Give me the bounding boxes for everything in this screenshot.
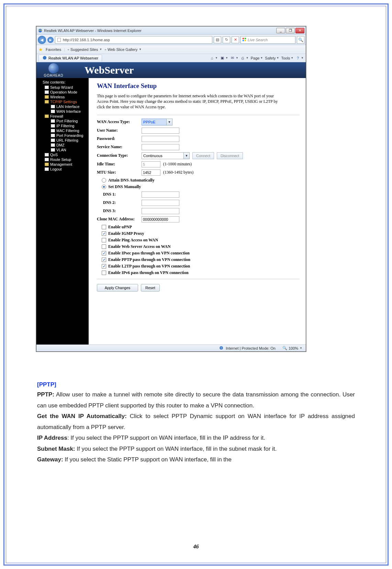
sidebar-item[interactable]: Firewall bbox=[36, 114, 89, 119]
folder-icon bbox=[45, 100, 49, 103]
refresh-button[interactable]: ↻ bbox=[223, 36, 230, 43]
ie-icon bbox=[42, 55, 47, 61]
sidebar-item-label: Wireless bbox=[50, 95, 65, 99]
help-button[interactable]: ?▼ bbox=[295, 56, 304, 61]
stop-button[interactable]: ✕ bbox=[232, 36, 239, 43]
ipsec-checkbox[interactable] bbox=[102, 251, 106, 255]
sidebar-item[interactable]: MAC Filtering bbox=[36, 128, 89, 133]
sidebar-item-label: WAN Interface bbox=[56, 109, 81, 113]
apply-changes-button[interactable]: Apply Changes bbox=[97, 284, 138, 292]
sidebar-item-label: Setup Wizard bbox=[50, 85, 73, 89]
ipv6-checkbox[interactable] bbox=[102, 271, 106, 275]
sidebar-item[interactable]: QoS bbox=[36, 152, 89, 157]
connect-button[interactable]: Connect bbox=[192, 152, 214, 159]
sidebar-item[interactable]: IP Filtering bbox=[36, 123, 89, 128]
sidebar-item[interactable]: Management bbox=[36, 162, 89, 167]
forward-button[interactable]: ► bbox=[47, 37, 54, 43]
window-titlebar: Realtek WLAN AP Webserver - Windows Inte… bbox=[36, 26, 306, 35]
clone-mac-input[interactable] bbox=[142, 216, 179, 222]
sidebar-item[interactable]: Port Filtering bbox=[36, 119, 89, 123]
sidebar-item-label: Route Setup bbox=[50, 157, 71, 162]
ping-checkbox[interactable] bbox=[102, 238, 106, 242]
igmp-checkbox[interactable] bbox=[102, 231, 106, 236]
page-icon bbox=[45, 90, 49, 94]
password-input[interactable] bbox=[142, 136, 179, 142]
sidebar-item[interactable]: Wireless bbox=[36, 95, 89, 99]
webserver-access-checkbox[interactable] bbox=[102, 244, 106, 249]
search-go-button[interactable]: 🔍 bbox=[297, 36, 304, 44]
suggested-sites-link[interactable]: ▫ Suggested Sites ▼ bbox=[68, 47, 102, 52]
sidebar-item[interactable]: Operation Mode bbox=[36, 90, 89, 95]
ip-addr-desc: : If you select the PPTP support on WAN … bbox=[67, 435, 265, 441]
sidebar-item-label: Port Forwarding bbox=[56, 133, 83, 138]
sidebar-item[interactable]: WAN Interface bbox=[36, 109, 89, 114]
page-icon bbox=[45, 158, 49, 161]
sidebar-item[interactable]: URL Filtering bbox=[36, 138, 89, 143]
mtu-input[interactable] bbox=[142, 169, 160, 176]
wan-access-select[interactable]: PPPoE ▼ bbox=[142, 119, 172, 125]
page-icon bbox=[51, 148, 55, 152]
disconnect-button[interactable]: Disconnect bbox=[217, 152, 243, 159]
favorites-star-icon[interactable]: ★ bbox=[38, 47, 43, 52]
print-button[interactable]: ⎙▼ bbox=[240, 56, 249, 61]
page-icon bbox=[51, 143, 55, 147]
sidebar-item-label: Firewall bbox=[50, 114, 63, 118]
service-name-label: Service Name: bbox=[97, 144, 142, 150]
page-menu[interactable]: Page▼ bbox=[251, 56, 263, 60]
idle-time-label: Idle Time: bbox=[97, 162, 142, 167]
wan-access-value: PPPoE bbox=[143, 120, 155, 124]
close-button[interactable]: ✕ bbox=[295, 28, 304, 33]
dropdown-arrow-icon: ▼ bbox=[166, 119, 172, 125]
home-button[interactable]: ⌂▼ bbox=[210, 56, 218, 61]
connection-type-value: Continuous bbox=[143, 154, 163, 158]
dns-auto-radio[interactable] bbox=[102, 178, 106, 183]
zoom-control[interactable]: 🔍 100% ▼ bbox=[282, 346, 302, 350]
browser-tab[interactable]: Realtek WLAN AP Webserver bbox=[38, 55, 102, 62]
web-slice-link[interactable]: ▫ Web Slice Gallery ▼ bbox=[105, 47, 142, 52]
refresh-compat-icon[interactable]: ▧ bbox=[214, 36, 221, 43]
nav-toolbar: ◄ ► http://192.168.1.1/home.asp ▧ ↻ ✕ Li… bbox=[36, 35, 306, 45]
l2tp-checkbox[interactable] bbox=[102, 264, 106, 269]
sidebar-item-label: QoS bbox=[50, 153, 58, 157]
sidebar-item[interactable]: VLAN bbox=[36, 147, 89, 152]
address-bar[interactable]: http://192.168.1.1/home.asp bbox=[55, 36, 212, 44]
page-description: This page is used to configure the param… bbox=[97, 93, 282, 110]
ie-icon bbox=[38, 28, 43, 33]
pptp-checkbox[interactable] bbox=[102, 258, 106, 262]
page-icon: ▫ bbox=[105, 47, 106, 52]
mail-button[interactable]: ✉▼ bbox=[230, 56, 238, 61]
dns1-input[interactable] bbox=[142, 192, 179, 198]
sidebar-item[interactable]: Logout bbox=[36, 167, 89, 172]
sidebar-item[interactable]: Port Forwarding bbox=[36, 133, 89, 138]
page-icon bbox=[51, 119, 55, 123]
maximize-button[interactable]: ❐ bbox=[286, 28, 295, 33]
subnet-desc: If you select the PPTP support on WAN in… bbox=[75, 446, 277, 452]
connection-type-select[interactable]: Continuous ▼ bbox=[142, 152, 190, 159]
pptp-desc: Allow user to make a tunnel with remote … bbox=[37, 391, 355, 408]
browser-window: Realtek WLAN AP Webserver - Windows Inte… bbox=[36, 26, 306, 352]
service-name-input[interactable] bbox=[142, 144, 179, 150]
upnp-checkbox[interactable] bbox=[102, 225, 106, 229]
tools-menu[interactable]: Tools▼ bbox=[281, 56, 293, 60]
sidebar-item-label: Operation Mode bbox=[50, 90, 77, 94]
minimize-button[interactable]: _ bbox=[276, 28, 285, 33]
feeds-button[interactable]: ▣▼ bbox=[220, 56, 228, 61]
page-title: WAN Interface Setup bbox=[97, 82, 300, 90]
page-body: GOAHEAD WebServer Site contents: Setup W… bbox=[36, 62, 306, 344]
sidebar-item[interactable]: DMZ bbox=[36, 143, 89, 147]
sidebar-item[interactable]: TCP/IP Settings bbox=[36, 99, 89, 104]
search-box[interactable]: Live Search bbox=[240, 36, 295, 44]
dns3-input[interactable] bbox=[142, 208, 179, 214]
sidebar-item[interactable]: Setup Wizard bbox=[36, 85, 89, 90]
back-button[interactable]: ◄ bbox=[38, 36, 46, 44]
dns2-input[interactable] bbox=[142, 200, 179, 206]
l2tp-label: Enable L2TP pass through on VPN connecti… bbox=[108, 264, 190, 269]
username-input[interactable] bbox=[142, 128, 179, 134]
reset-button[interactable]: Reset bbox=[141, 284, 160, 292]
safety-menu[interactable]: Safety▼ bbox=[265, 56, 279, 60]
svg-rect-3 bbox=[245, 38, 246, 39]
dns-manual-radio[interactable] bbox=[102, 185, 106, 189]
sidebar-item[interactable]: Route Setup bbox=[36, 157, 89, 162]
sidebar-item[interactable]: LAN Interface bbox=[36, 104, 89, 109]
idle-time-input[interactable] bbox=[142, 161, 160, 167]
